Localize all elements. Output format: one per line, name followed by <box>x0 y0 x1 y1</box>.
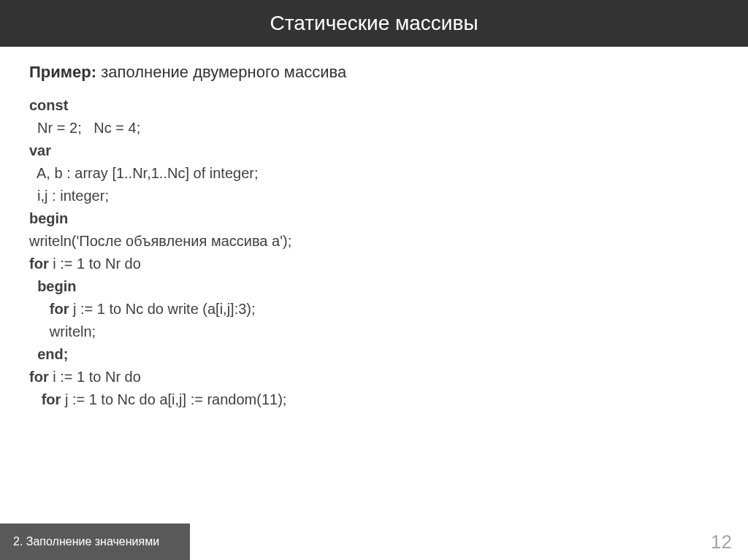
code-line: writeln; <box>29 321 719 343</box>
slide-header: Статические массивы <box>0 0 748 47</box>
code-line: const <box>29 94 719 117</box>
page-number: 12 <box>695 523 748 560</box>
keyword-begin: begin <box>37 278 76 294</box>
code-line: A, b : array [1..Nr,1..Nc] of integer; <box>29 162 719 185</box>
code-indent <box>29 301 50 317</box>
keyword-for: for <box>50 301 69 317</box>
footer-label-text: 2. Заполнение значениями <box>13 535 159 548</box>
page-number-value: 12 <box>711 531 732 553</box>
code-block: const Nr = 2; Nc = 4; var A, b : array [… <box>29 94 719 411</box>
keyword-const: const <box>29 97 68 113</box>
code-line: Nr = 2; Nc = 4; <box>29 117 719 139</box>
keyword-end: end; <box>37 346 68 362</box>
example-label: Пример: <box>29 63 96 81</box>
keyword-for: for <box>29 256 49 272</box>
example-description: заполнение двумерного массива <box>96 63 346 81</box>
footer-section-label: 2. Заполнение значениями <box>0 523 190 560</box>
code-text: j := 1 to Nc do a[i,j] := random(11); <box>61 391 286 407</box>
code-line: end; <box>29 343 719 366</box>
code-line: for i := 1 to Nr do <box>29 253 719 275</box>
code-line: var <box>29 139 719 162</box>
code-text: i := 1 to Nr do <box>49 256 141 272</box>
code-line: begin <box>29 275 719 298</box>
code-line: begin <box>29 207 719 230</box>
code-line: i,j : integer; <box>29 185 719 207</box>
code-indent <box>29 278 37 294</box>
code-text: j := 1 to Nc do write (a[i,j]:3); <box>69 301 255 317</box>
slide-content: Пример: заполнение двумерного массива co… <box>0 47 748 411</box>
example-heading: Пример: заполнение двумерного массива <box>29 60 719 84</box>
footer-spacer <box>190 523 695 560</box>
code-text: i := 1 to Nr do <box>49 369 141 385</box>
code-indent <box>29 346 37 362</box>
keyword-for: for <box>29 369 49 385</box>
slide-title: Статические массивы <box>270 12 478 34</box>
code-line: writeln('После объявления массива a'); <box>29 230 719 253</box>
code-line: for j := 1 to Nc do a[i,j] := random(11)… <box>29 388 719 411</box>
slide-footer: 2. Заполнение значениями 12 <box>0 523 748 560</box>
keyword-var: var <box>29 142 51 158</box>
keyword-for: for <box>42 391 61 407</box>
code-line: for j := 1 to Nc do write (a[i,j]:3); <box>29 298 719 321</box>
code-indent <box>29 391 42 407</box>
code-line: for i := 1 to Nr do <box>29 366 719 388</box>
keyword-begin: begin <box>29 210 68 226</box>
